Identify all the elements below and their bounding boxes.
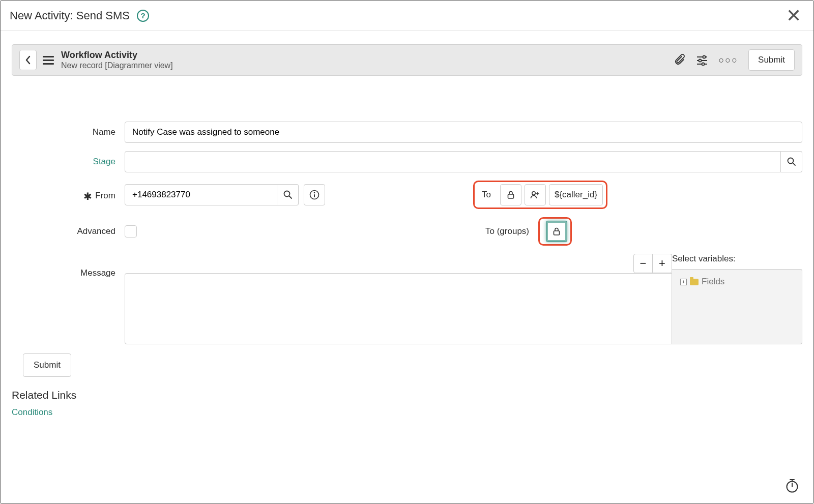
label-advanced: Advanced [12,226,125,236]
message-expand-button[interactable]: + [653,254,672,273]
svg-point-3 [699,60,702,62]
form-subtitle: New record [Diagrammer view] [61,61,675,70]
tree-item-fields[interactable]: + Fields [680,277,794,287]
svg-rect-13 [508,194,513,198]
more-actions-icon[interactable]: ○○○ [718,55,738,66]
label-to-groups: To (groups) [407,226,538,236]
tree-expand-icon[interactable]: + [680,279,687,285]
svg-rect-17 [554,231,560,235]
to-highlight-box: To ${caller_id} [473,181,607,209]
svg-point-5 [702,63,705,66]
stage-input[interactable] [125,151,781,172]
tree-item-label: Fields [702,277,724,287]
to-value[interactable]: ${caller_id} [549,184,603,205]
row-from-to: ✱From To ${cal [12,181,802,209]
folder-icon [690,279,699,285]
submit-button-bottom[interactable]: Submit [23,353,71,377]
from-lookup-button[interactable] [277,184,299,205]
dialog-title: New Activity: Send SMS [10,9,130,22]
label-stage[interactable]: Stage [12,157,125,167]
related-links-heading: Related Links [12,389,802,401]
to-lock-button[interactable] [500,184,521,205]
svg-point-8 [284,191,289,197]
to-groups-lock-button[interactable] [546,221,567,242]
variables-tree[interactable]: + Fields [672,269,802,344]
advanced-checkbox[interactable] [125,225,137,238]
svg-point-11 [314,192,315,194]
to-groups-highlight-box [538,217,572,246]
svg-rect-12 [314,194,315,197]
attachment-icon[interactable] [675,54,686,66]
bottom-area: Submit Related Links Conditions [1,353,813,418]
select-variables-label: Select variables: [672,254,802,269]
from-input[interactable] [125,184,277,205]
stopwatch-icon[interactable] [785,478,799,493]
stage-lookup-button[interactable] [781,151,802,172]
form-body: Name Stage ✱From [1,76,813,344]
row-advanced-togroups: Advanced To (groups) [12,217,802,246]
svg-point-1 [703,56,706,58]
svg-line-7 [793,163,795,166]
label-to: To [478,190,497,200]
close-icon[interactable]: ✕ [783,7,804,25]
form-title: Workflow Activity [61,50,675,61]
to-user-picker-button[interactable] [525,184,546,205]
form-header-bar: Workflow Activity New record [Diagrammer… [12,44,802,76]
conditions-link[interactable]: Conditions [12,407,802,418]
menu-icon[interactable] [43,56,54,65]
dialog-header: New Activity: Send SMS ? ✕ [1,1,813,31]
row-name: Name [12,122,802,143]
svg-line-9 [289,196,292,199]
svg-point-14 [532,192,535,195]
from-info-button[interactable] [304,184,325,205]
message-collapse-button[interactable]: − [633,254,653,273]
submit-button-top[interactable]: Submit [748,49,795,71]
message-textarea[interactable] [125,273,672,344]
help-icon[interactable]: ? [137,10,149,22]
label-message: Message [12,254,125,278]
label-name: Name [12,127,125,137]
form-title-block: Workflow Activity New record [Diagrammer… [61,50,675,70]
required-asterisk-icon: ✱ [83,191,92,202]
settings-sliders-icon[interactable] [696,54,708,66]
row-message: Message − + Select variables: + Fields [12,254,802,344]
back-button[interactable] [19,50,37,70]
row-stage: Stage [12,151,802,172]
label-from: ✱From [12,189,125,201]
name-input[interactable] [125,122,802,143]
svg-point-6 [788,158,793,164]
